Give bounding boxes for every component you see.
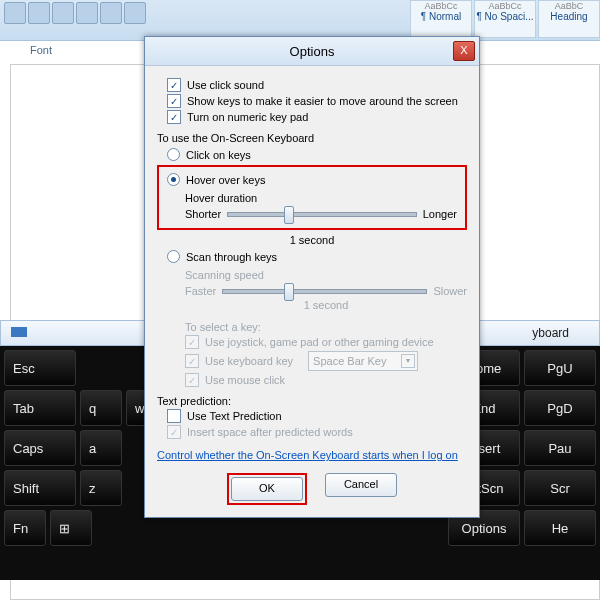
click-on-keys-radio[interactable]	[167, 148, 180, 161]
numeric-checkbox[interactable]: ✓	[167, 110, 181, 124]
slider-thumb-icon	[284, 283, 294, 301]
ribbon-styles-gallery[interactable]: AaBbCc ¶ Normal AaBbCc ¶ No Spaci... AaB…	[410, 0, 600, 38]
osk-key-scrlk[interactable]: Scr	[524, 470, 596, 506]
close-button[interactable]: X	[453, 41, 475, 61]
dialog-title: Options	[290, 44, 335, 59]
font-color-icon[interactable]	[124, 2, 146, 24]
use-keyboard-key-checkbox: ✓	[185, 354, 199, 368]
text-prediction-heading: Text prediction:	[157, 395, 467, 407]
hover-longer-label: Longer	[423, 208, 457, 220]
osk-key-tab[interactable]: Tab	[4, 390, 76, 426]
slider-thumb-icon[interactable]	[284, 206, 294, 224]
use-click-sound-label: Use click sound	[187, 79, 264, 91]
style-label: ¶ No Spaci...	[476, 11, 533, 22]
use-mouse-click-checkbox: ✓	[185, 373, 199, 387]
use-joystick-label: Use joystick, game pad or other gaming d…	[205, 336, 434, 348]
use-joystick-checkbox: ✓	[185, 335, 199, 349]
hover-over-keys-group: Hover over keys Hover duration Shorter L…	[157, 165, 467, 230]
insert-space-checkbox: ✓	[167, 425, 181, 439]
cancel-button[interactable]: Cancel	[325, 473, 397, 497]
style-sample: AaBbC	[539, 1, 599, 11]
osk-key-fn[interactable]: Fn	[4, 510, 46, 546]
scan-through-keys-radio[interactable]	[167, 250, 180, 263]
osk-title-text: yboard	[532, 321, 569, 345]
options-dialog: Options X ✓ Use click sound ✓ Show keys …	[144, 36, 480, 518]
ribbon: AaBbCc ¶ Normal AaBbCc ¶ No Spaci... AaB…	[0, 0, 600, 41]
osk-key-pause[interactable]: Pau	[524, 430, 596, 466]
startup-settings-link[interactable]: Control whether the On-Screen Keyboard s…	[157, 449, 458, 461]
close-icon: X	[460, 44, 467, 56]
osk-key-caps[interactable]: Caps	[4, 430, 76, 466]
subscript-icon[interactable]	[28, 2, 50, 24]
style-sample: AaBbCc	[411, 1, 471, 11]
chevron-down-icon: ▾	[401, 354, 415, 368]
superscript-icon[interactable]	[52, 2, 74, 24]
highlight-icon[interactable]	[100, 2, 122, 24]
osk-key-pgup[interactable]: PgU	[524, 350, 596, 386]
style-label: ¶ Normal	[421, 11, 461, 22]
style-normal[interactable]: AaBbCc ¶ Normal	[410, 0, 472, 38]
hover-duration-label: Hover duration	[185, 192, 457, 204]
ok-highlight: OK	[227, 473, 307, 505]
osk-key-a[interactable]: a	[80, 430, 122, 466]
scan-faster-label: Faster	[185, 285, 216, 297]
ok-button[interactable]: OK	[231, 477, 303, 501]
show-keys-row: ✓ Show keys to make it easier to move ar…	[167, 94, 467, 108]
keyboard-key-combo: Space Bar Key ▾	[308, 351, 418, 371]
insert-space-label: Insert space after predicted words	[187, 426, 353, 438]
hover-over-keys-radio[interactable]	[167, 173, 180, 186]
use-click-sound-checkbox[interactable]: ✓	[167, 78, 181, 92]
combo-value: Space Bar Key	[313, 355, 386, 367]
numeric-label: Turn on numeric key pad	[187, 111, 308, 123]
show-keys-checkbox[interactable]: ✓	[167, 94, 181, 108]
to-select-key-label: To select a key:	[185, 321, 467, 333]
hover-duration-slider[interactable]	[227, 212, 417, 217]
osk-key-win[interactable]: ⊞	[50, 510, 92, 546]
style-heading[interactable]: AaBbC Heading	[538, 0, 600, 38]
use-keyboard-key-label: Use keyboard key	[205, 355, 293, 367]
osk-key-help[interactable]: He	[524, 510, 596, 546]
osk-key-pgdn[interactable]: PgD	[524, 390, 596, 426]
use-text-prediction-label: Use Text Prediction	[187, 410, 282, 422]
show-keys-label: Show keys to make it easier to move arou…	[187, 95, 458, 107]
osk-key-q[interactable]: q	[80, 390, 122, 426]
use-mouse-click-label: Use mouse click	[205, 374, 285, 386]
dialog-titlebar[interactable]: Options X	[145, 37, 479, 66]
style-label: Heading	[550, 11, 587, 22]
scan-slower-label: Slower	[433, 285, 467, 297]
scan-through-keys-label: Scan through keys	[186, 251, 277, 263]
click-on-keys-row: Click on keys	[167, 148, 467, 161]
scanning-speed-value: 1 second	[185, 299, 467, 311]
osk-key-esc[interactable]: Esc	[4, 350, 76, 386]
osk-key-shift[interactable]: Shift	[4, 470, 76, 506]
ribbon-font-group	[4, 2, 146, 24]
hover-duration-value: 1 second	[157, 234, 467, 246]
scanning-speed-label: Scanning speed	[185, 269, 467, 281]
osk-icon	[11, 327, 27, 337]
radio-dot-icon	[171, 177, 176, 182]
style-sample: AaBbCc	[475, 1, 535, 11]
strikethrough-icon[interactable]	[4, 2, 26, 24]
to-use-heading: To use the On-Screen Keyboard	[157, 132, 467, 144]
hover-shorter-label: Shorter	[185, 208, 221, 220]
use-text-prediction-checkbox[interactable]	[167, 409, 181, 423]
hover-over-keys-label: Hover over keys	[186, 174, 265, 186]
use-click-sound-row: ✓ Use click sound	[167, 78, 467, 92]
click-on-keys-label: Click on keys	[186, 149, 251, 161]
scanning-speed-slider	[222, 289, 427, 294]
osk-key-z[interactable]: z	[80, 470, 122, 506]
ribbon-group-label: Font	[30, 44, 52, 56]
numeric-row: ✓ Turn on numeric key pad	[167, 110, 467, 124]
change-case-icon[interactable]	[76, 2, 98, 24]
style-no-spacing[interactable]: AaBbCc ¶ No Spaci...	[474, 0, 536, 38]
